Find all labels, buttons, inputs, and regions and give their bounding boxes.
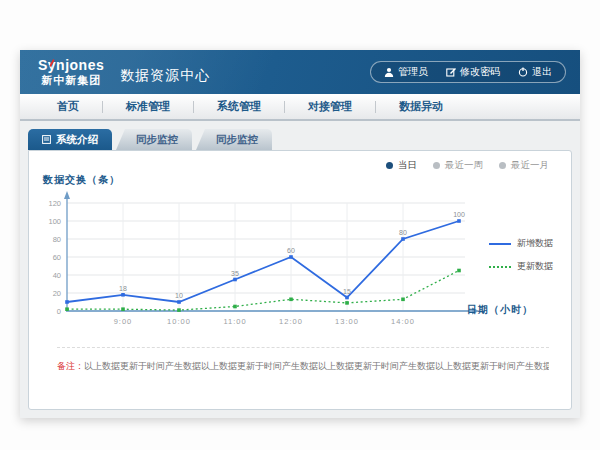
tab-sync-monitor-2[interactable]: 同步监控 [196, 129, 272, 150]
svg-text:120: 120 [48, 199, 61, 208]
change-password-button[interactable]: 修改密码 [437, 65, 509, 79]
footnote-text: 以上数据更新于时间产生数据以上数据更新于时间产生数据以上数据更新于时间产生数据以… [84, 361, 549, 371]
app-window: Synjones 新中新集团 数据资源中心 管理员 修改密码 退出 首页 标准管… [20, 50, 580, 418]
user-toolbar: 管理员 修改密码 退出 [370, 61, 566, 83]
admin-label: 管理员 [398, 65, 428, 79]
app-header: Synjones 新中新集团 数据资源中心 管理员 修改密码 退出 [20, 50, 580, 94]
logo-text: Synjones [38, 58, 104, 73]
user-icon [384, 67, 394, 77]
nav-item-home[interactable]: 首页 [34, 99, 102, 114]
svg-text:9:00: 9:00 [114, 317, 133, 326]
tab-label: 系统介绍 [56, 133, 98, 147]
svg-text:10: 10 [175, 292, 183, 299]
nav-item-system-mgmt[interactable]: 系统管理 [194, 99, 284, 114]
logo-subtext: 新中新集团 [38, 74, 104, 86]
svg-text:60: 60 [287, 247, 295, 254]
filter-label: 当日 [398, 159, 417, 172]
svg-text:100: 100 [453, 211, 465, 218]
svg-text:10:00: 10:00 [167, 317, 191, 326]
svg-text:35: 35 [231, 270, 239, 277]
svg-text:60: 60 [53, 253, 61, 262]
line-chart: 0204060801001209:0010:0011:0012:0013:001… [37, 189, 489, 341]
change-password-label: 修改密码 [460, 65, 500, 79]
svg-text:18: 18 [119, 285, 127, 292]
dotted-line-icon [489, 266, 511, 268]
svg-text:0: 0 [57, 307, 61, 316]
filter-today[interactable]: 当日 [386, 159, 417, 172]
footnote-prefix: 备注： [57, 361, 84, 371]
logout-label: 退出 [532, 65, 552, 79]
legend-item-update-data: 更新数据 [489, 260, 559, 273]
filter-label: 最近一周 [445, 159, 483, 172]
nav-item-standard-mgmt[interactable]: 标准管理 [103, 99, 193, 114]
svg-text:80: 80 [53, 235, 61, 244]
admin-button[interactable]: 管理员 [375, 65, 437, 79]
svg-text:12:00: 12:00 [279, 317, 303, 326]
tab-system-intro[interactable]: 系统介绍 [28, 129, 112, 150]
svg-text:13:00: 13:00 [335, 317, 359, 326]
filter-last-week[interactable]: 最近一周 [433, 159, 483, 172]
svg-text:20: 20 [53, 289, 61, 298]
legend-item-new-data: 新增数据 [489, 237, 559, 250]
radio-icon [433, 162, 440, 169]
main-nav: 首页 标准管理 系统管理 对接管理 数据异动 [20, 94, 580, 121]
svg-text:11:00: 11:00 [223, 317, 246, 326]
chart-legend: 新增数据 更新数据 [489, 237, 559, 283]
content-area: 系统介绍 同步监控 同步监控 当日 最近一周 [20, 123, 580, 418]
radio-icon [499, 162, 506, 169]
page-title: 数据资源中心 [120, 59, 210, 85]
tab-sync-monitor-1[interactable]: 同步监控 [116, 129, 192, 150]
logout-button[interactable]: 退出 [509, 65, 561, 79]
filter-label: 最近一月 [511, 159, 549, 172]
svg-text:80: 80 [399, 229, 407, 236]
solid-line-icon [489, 243, 511, 245]
svg-text:100: 100 [48, 217, 61, 226]
filter-last-month[interactable]: 最近一月 [499, 159, 549, 172]
legend-label: 新增数据 [517, 237, 553, 250]
nav-item-interface-mgmt[interactable]: 对接管理 [285, 99, 375, 114]
range-filter-group: 当日 最近一周 最近一月 [386, 159, 549, 172]
x-axis-title: 日期（小时） [467, 303, 533, 317]
y-axis-title: 数据交换（条） [43, 173, 120, 187]
edit-icon [446, 67, 456, 77]
tab-bar: 系统介绍 同步监控 同步监控 [28, 129, 580, 150]
power-icon [518, 67, 528, 77]
nav-item-data-change[interactable]: 数据异动 [376, 99, 466, 114]
svg-text:14:00: 14:00 [391, 317, 415, 326]
legend-label: 更新数据 [517, 260, 553, 273]
footnote: 备注：以上数据更新于时间产生数据以上数据更新于时间产生数据以上数据更新于时间产生… [57, 347, 549, 373]
document-icon [42, 135, 51, 144]
tab-label: 同步监控 [136, 133, 178, 147]
tab-label: 同步监控 [216, 133, 258, 147]
logo: Synjones 新中新集团 [38, 58, 104, 85]
chart-card: 当日 最近一周 最近一月 数据交换（条） 0204060801001209:00… [28, 150, 572, 410]
svg-text:40: 40 [53, 271, 61, 280]
radio-selected-icon [386, 162, 393, 169]
svg-text:15: 15 [343, 288, 351, 295]
